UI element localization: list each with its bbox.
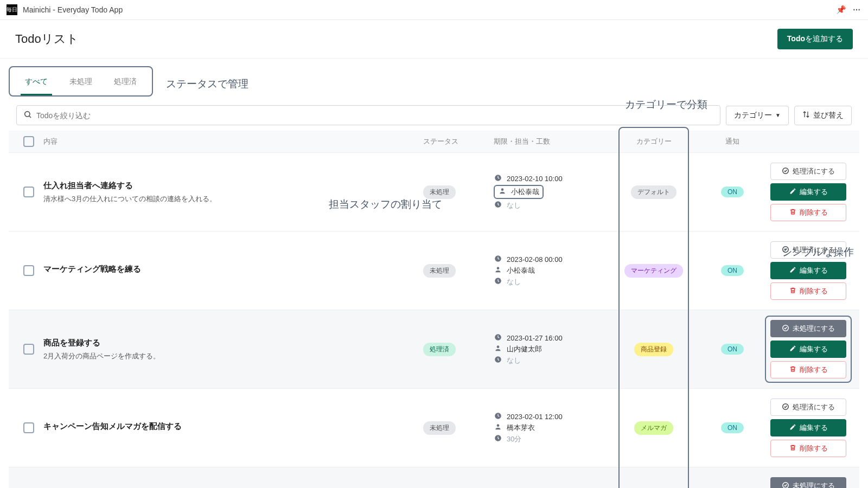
- todo-rows: 担当スタッフの割り当て シンプルな操作 仕入れ担当者へ連絡する清水様へ3月の仕入…: [9, 153, 859, 488]
- delete-button[interactable]: 削除する: [770, 440, 846, 457]
- pencil-icon: [789, 345, 796, 354]
- row-checkbox[interactable]: [23, 187, 34, 197]
- effort-icon: [494, 356, 502, 365]
- assignee-highlight: 小松泰哉: [494, 185, 544, 199]
- toggle-status-button[interactable]: 処理済にする: [770, 163, 846, 180]
- status-chip: 未処理: [423, 185, 456, 199]
- check-circle-icon: [782, 403, 789, 412]
- add-button-prefix: Todo: [787, 34, 805, 43]
- check-circle-icon: [782, 324, 789, 333]
- category-chip: デフォルト: [631, 185, 676, 199]
- person-icon: [494, 344, 502, 354]
- row-actions: 未処理にする編集する削除する: [770, 320, 846, 378]
- tab-pending[interactable]: 未処理: [59, 69, 103, 95]
- add-button-suffix: を追加する: [805, 34, 843, 43]
- person-icon: [498, 187, 507, 196]
- meta-due: 2023-02-01 12:00: [494, 412, 608, 421]
- trash-icon: [789, 444, 796, 453]
- toggle-status-button[interactable]: 処理済にする: [770, 241, 846, 259]
- todo-title: キャンペーン告知メルマガを配信する: [43, 421, 423, 432]
- edit-button[interactable]: 編集する: [770, 262, 846, 279]
- sort-label: 並び替え: [813, 111, 844, 120]
- check-circle-icon: [782, 246, 789, 255]
- status-chip: 未処理: [423, 264, 456, 278]
- toggle-status-button[interactable]: 処理済にする: [770, 399, 846, 416]
- table-row: キャンペーン告知メルマガを配信する未処理2023-02-01 12:00橋本芽衣…: [9, 389, 859, 467]
- toggle-status-button[interactable]: 未処理にする: [770, 477, 846, 488]
- sort-icon: [802, 111, 810, 120]
- meta-assignee: 小松泰哉: [494, 185, 608, 199]
- table-row: 発送用品を調達するホームセンターで、30x40x50サイズの段ボールを10個購入…: [9, 467, 859, 488]
- app-header: 毎日 Mainichi - Everyday Todo App 📌 ⋯: [0, 0, 868, 20]
- filter-row: カテゴリー ▼ 並び替え カテゴリーで分類: [9, 100, 859, 131]
- meta-assignee: 橋本芽衣: [494, 423, 608, 433]
- due-date: 2023-01-27 16:00: [507, 334, 563, 342]
- row-checkbox[interactable]: [23, 422, 34, 433]
- trash-icon: [789, 287, 796, 296]
- meta-due: 2023-02-08 00:00: [494, 255, 608, 264]
- search-input[interactable]: [36, 111, 713, 120]
- todo-title: 仕入れ担当者へ連絡する: [43, 181, 423, 191]
- row-checkbox[interactable]: [23, 344, 34, 355]
- pencil-icon: [789, 423, 796, 432]
- category-chip: マーケティング: [624, 264, 683, 278]
- notify-badge: ON: [721, 265, 744, 276]
- tab-all[interactable]: すべて: [14, 69, 59, 95]
- clock-icon: [494, 255, 502, 264]
- select-all-checkbox[interactable]: [23, 136, 34, 147]
- row-actions: 処理済にする編集する削除する: [770, 399, 846, 457]
- edit-button[interactable]: 編集する: [770, 341, 846, 358]
- add-todo-button[interactable]: Todoを追加する: [777, 29, 853, 49]
- effort-icon: [494, 201, 502, 210]
- sort-button[interactable]: 並び替え: [794, 106, 852, 125]
- delete-button[interactable]: 削除する: [770, 282, 846, 300]
- delete-button[interactable]: 削除する: [770, 204, 846, 221]
- due-date: 2023-02-01 12:00: [507, 413, 563, 421]
- page-header: Todoリスト Todoを追加する: [0, 20, 868, 59]
- category-chip: メルマガ: [634, 421, 673, 435]
- status-tabs: すべて 未処理 処理済: [9, 66, 153, 97]
- meta-assignee: 山内健太郎: [494, 344, 608, 354]
- table-row: 仕入れ担当者へ連絡する清水様へ3月の仕入れについての相談の連絡を入れる。未処理2…: [9, 153, 859, 232]
- svg-point-7: [497, 267, 500, 269]
- assignee: 山内健太郎: [507, 344, 542, 354]
- page-title: Todoリスト: [15, 31, 79, 47]
- search-box[interactable]: [16, 105, 720, 125]
- svg-point-15: [497, 424, 500, 427]
- edit-button[interactable]: 編集する: [770, 183, 846, 201]
- pencil-icon: [789, 188, 796, 196]
- todo-title: マーケティング戦略を練る: [43, 264, 423, 274]
- due-date: 2023-02-08 00:00: [507, 255, 563, 264]
- due-date: 2023-02-10 10:00: [507, 175, 563, 183]
- clock-icon: [494, 174, 502, 183]
- chevron-down-icon: ▼: [775, 112, 781, 118]
- assignee: 橋本芽衣: [507, 423, 535, 433]
- row-checkbox[interactable]: [23, 265, 34, 276]
- table-row: 商品を登録する2月入荷分の商品ページを作成する。処理済2023-01-27 16…: [9, 310, 859, 389]
- assignee: 小松泰哉: [507, 266, 535, 275]
- status-chip: 未処理: [423, 421, 456, 435]
- col-content: 内容: [41, 137, 423, 146]
- effort: なし: [507, 356, 521, 365]
- category-filter-label: カテゴリー: [734, 111, 772, 120]
- col-meta: 期限・担当・工数: [494, 137, 608, 146]
- col-category: カテゴリー: [608, 137, 700, 146]
- category-filter-button[interactable]: カテゴリー ▼: [726, 106, 789, 125]
- person-icon: [494, 266, 502, 275]
- meta-due: 2023-02-10 10:00: [494, 174, 608, 183]
- tab-done[interactable]: 処理済: [103, 69, 148, 95]
- app-logo-icon: 毎日: [7, 4, 17, 15]
- meta-effort: なし: [494, 356, 608, 365]
- clock-icon: [494, 412, 502, 421]
- pin-icon[interactable]: 📌: [836, 5, 846, 15]
- toggle-status-button[interactable]: 未処理にする: [770, 320, 846, 337]
- edit-button[interactable]: 編集する: [770, 419, 846, 436]
- content-area: すべて 未処理 処理済 ステータスで管理 カテゴリー ▼ 並び替え カテゴリーで…: [0, 59, 868, 488]
- effort-icon: [494, 277, 502, 286]
- todo-title: 商品を登録する: [43, 338, 423, 348]
- svg-line-1: [29, 116, 31, 118]
- delete-button[interactable]: 削除する: [770, 361, 846, 378]
- effort: なし: [507, 201, 521, 210]
- more-menu-icon[interactable]: ⋯: [853, 5, 861, 14]
- assignee: 小松泰哉: [511, 187, 539, 197]
